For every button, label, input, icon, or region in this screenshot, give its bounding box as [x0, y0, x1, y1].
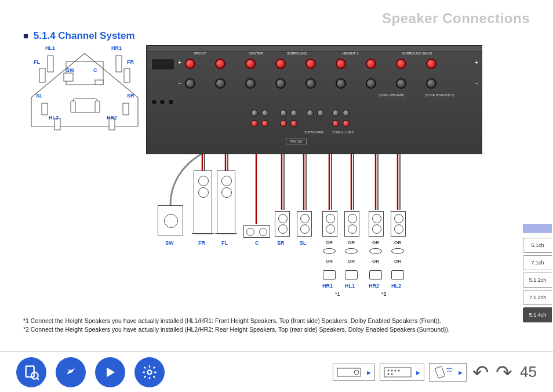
- svg-rect-15: [26, 366, 34, 377]
- terminal-pos: [185, 59, 195, 69]
- room-label-hr2: HR2: [107, 115, 117, 121]
- svg-rect-7: [95, 80, 103, 85]
- device-receiver-back[interactable]: ▸: [380, 364, 424, 381]
- ceiling-spk-icon: [369, 248, 382, 254]
- svg-point-19: [148, 370, 152, 374]
- svg-rect-29: [435, 366, 445, 378]
- svg-rect-9: [123, 103, 129, 115]
- svg-rect-8: [42, 103, 48, 115]
- device-remote[interactable]: ▸: [429, 363, 467, 382]
- star1: *1: [335, 291, 340, 297]
- minus-right: –: [475, 79, 478, 86]
- tab-7-1ch[interactable]: 7.1ch: [523, 255, 552, 270]
- speaker-fr-icon: [194, 170, 212, 234]
- room-label-hl1: HL1: [45, 45, 55, 51]
- terminal-neg: [336, 78, 346, 89]
- page-header: Speaker Connections: [382, 10, 530, 27]
- rs232-port: [151, 59, 174, 70]
- redo-icon[interactable]: ↷: [496, 361, 512, 384]
- terminal-group-label: SURROUND: [287, 52, 307, 55]
- tab-5-1-2ch[interactable]: 5.1.2ch: [523, 273, 552, 288]
- svg-point-24: [391, 369, 393, 371]
- tab-5-1ch[interactable]: 5.1ch: [523, 238, 552, 253]
- speaker-sl-icon: [297, 211, 312, 237]
- speaker-h1l-icon: [344, 211, 359, 237]
- footnote-2: *2 Connect the Height Speakers you have …: [23, 325, 518, 334]
- terminal-neg: [305, 78, 316, 89]
- dolby-spk-icon: [369, 270, 382, 280]
- svg-rect-22: [384, 368, 411, 377]
- room-layout-diagram: HL1 HR1 FL FR SW C SL SR HL2 HR2: [26, 45, 144, 135]
- or-label: OR: [392, 259, 403, 264]
- subwoofer-icon: [158, 205, 183, 235]
- dolby-spk-icon: [323, 270, 336, 280]
- terminal-group-label: CENTER: [249, 52, 263, 55]
- svg-rect-13: [71, 101, 75, 112]
- svg-rect-3: [116, 56, 122, 72]
- terminal-group-label: HEIGHT 1: [343, 52, 359, 55]
- svg-point-25: [395, 369, 396, 371]
- or-label: OR: [345, 259, 357, 264]
- svg-line-17: [37, 378, 39, 380]
- wiring-label-fr: FR: [198, 240, 205, 246]
- section-bullet: ■: [23, 31, 28, 41]
- speaker-h1r-icon: [322, 211, 337, 237]
- svg-rect-20: [337, 368, 361, 376]
- plus-right: +: [475, 59, 478, 66]
- wiring-diagram: SW FR FL C SR SL OR OR OR OR OR OR OR OR…: [146, 154, 482, 305]
- page-number: 45: [520, 363, 537, 381]
- terminal-pos: [366, 59, 376, 69]
- channel-tabs: 5.1ch7.1ch5.1.2ch7.1.2ch5.1.4ch: [523, 224, 552, 322]
- terminal-pos: [275, 59, 286, 69]
- speaker-fl-icon: [217, 170, 235, 234]
- trigger-ports: [151, 97, 174, 107]
- arrow-icon: ▸: [459, 368, 463, 377]
- manual-icon[interactable]: [16, 357, 46, 387]
- room-label-sl: SL: [36, 93, 43, 99]
- cables-icon[interactable]: [56, 357, 86, 387]
- zoneb-height2-label: (ZONE B/HEIGHT 2): [425, 93, 454, 97]
- arrow-icon: ▸: [367, 368, 371, 377]
- wiring-label-fl: FL: [221, 240, 228, 246]
- undo-icon[interactable]: ↶: [472, 361, 489, 384]
- settings-icon[interactable]: [134, 357, 165, 387]
- wiring-label-hl1: HL1: [345, 283, 355, 289]
- or-label: OR: [345, 240, 357, 245]
- ceiling-spk-icon: [391, 248, 404, 254]
- speaker-h2l-icon: [391, 211, 406, 237]
- terminal-neg: [215, 78, 225, 89]
- section-title: ■ 5.1.4 Channel System: [23, 30, 135, 42]
- or-label: OR: [323, 259, 335, 264]
- room-label-hr1: HR1: [111, 45, 122, 51]
- speaker-h2r-icon: [369, 211, 384, 237]
- footnote-1: *1 Connect the Height Speakers you have …: [23, 317, 518, 325]
- terminal-pos: [396, 59, 406, 69]
- or-label: OR: [323, 240, 335, 245]
- terminal-neg: [396, 78, 406, 89]
- tab-7-1-2ch[interactable]: 7.1.2ch: [523, 290, 552, 305]
- dolby-spk-icon: [391, 270, 404, 280]
- receiver-back-panel: + – + – SUBWOOFER PRE OUT ZONE 2 / LINE …: [146, 45, 482, 154]
- dolby-spk-icon: [345, 270, 358, 280]
- preout-sub-label: SUBWOOFER: [304, 130, 323, 134]
- device-receiver-front[interactable]: ▸: [333, 364, 375, 381]
- wiring-label-hl2: HL2: [391, 283, 401, 289]
- wiring-label-sr: SR: [277, 240, 285, 246]
- speaker-c-icon: [243, 225, 270, 238]
- svg-rect-6: [64, 73, 73, 81]
- tab-5-1-4ch[interactable]: 5.1.4ch: [523, 307, 552, 322]
- plus-left: +: [178, 59, 181, 66]
- svg-rect-5: [124, 68, 130, 82]
- svg-rect-2: [48, 56, 53, 72]
- terminal-pos: [336, 59, 346, 69]
- svg-point-27: [388, 373, 390, 375]
- svg-rect-4: [39, 68, 45, 82]
- terminal-neg: [185, 78, 195, 89]
- play-icon[interactable]: [95, 357, 125, 387]
- svg-marker-18: [107, 367, 115, 376]
- svg-point-28: [391, 373, 393, 375]
- room-label-hl2: HL2: [49, 115, 59, 121]
- svg-point-26: [398, 369, 400, 371]
- terminal-pos: [426, 59, 436, 69]
- footnotes: *1 Connect the Height Speakers you have …: [23, 317, 518, 333]
